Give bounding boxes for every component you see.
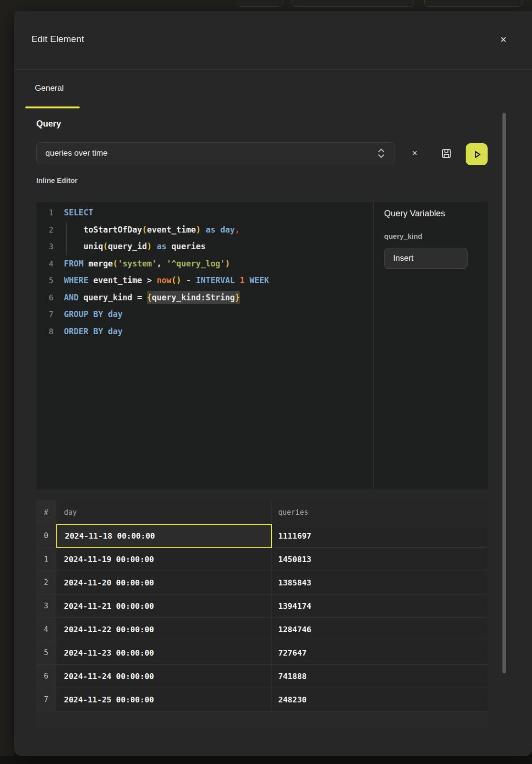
line-number: 6 [36, 289, 53, 307]
queries-cell[interactable]: 1284746 [272, 618, 488, 641]
vertical-scrollbar[interactable] [502, 113, 506, 673]
query-variables-heading: Query Variables [384, 209, 477, 219]
row-index-cell[interactable]: 5 [36, 641, 56, 665]
queries-cell[interactable]: 1394174 [272, 594, 488, 618]
variable-name-label: query_kind [384, 232, 477, 240]
row-index-cell[interactable]: 4 [36, 618, 56, 641]
save-query-button[interactable] [439, 146, 453, 160]
edit-element-modal: Edit Element ✕ General Query queries ove… [14, 11, 532, 756]
table-row: 22024-11-20 00:00:001385843 [36, 571, 488, 594]
code-line[interactable]: 6AND query_kind = {query_kind:String} [36, 289, 373, 307]
table-row: 52024-11-23 00:00:00727647 [36, 641, 488, 665]
close-icon[interactable]: ✕ [496, 33, 511, 47]
header-divider [14, 69, 532, 70]
queries-cell[interactable]: 727647 [272, 641, 488, 665]
table-row: 12024-11-19 00:00:001450813 [36, 548, 488, 571]
line-number: 8 [36, 323, 53, 340]
clear-query-button[interactable]: ✕ [407, 146, 422, 160]
active-tab-underline [25, 106, 80, 108]
inline-editor-label: Inline Editor [36, 176, 78, 184]
play-icon [470, 148, 483, 161]
day-cell[interactable]: 2024-11-25 00:00:00 [56, 688, 272, 711]
day-cell[interactable]: 2024-11-24 00:00:00 [56, 665, 272, 688]
day-cell[interactable]: 2024-11-22 00:00:00 [56, 618, 272, 641]
code-line[interactable]: 5WHERE event_time > now() - INTERVAL 1 W… [36, 272, 373, 289]
table-row: 72024-11-25 00:00:00248230 [36, 688, 488, 711]
query-select[interactable]: queries over time [36, 142, 395, 164]
indent-guide [66, 222, 67, 255]
query-section-heading: Query [36, 119, 61, 129]
code-text: toStartOfDay(event_time) as day, [64, 222, 240, 239]
run-query-button[interactable] [466, 143, 488, 165]
code-line[interactable]: 7GROUP BY day [36, 306, 373, 323]
table-footer-strip [36, 711, 488, 728]
line-number: 2 [36, 222, 53, 239]
clear-icon: ✕ [412, 149, 418, 158]
code-text: GROUP BY day [64, 306, 123, 323]
modal-title: Edit Element [31, 34, 84, 44]
line-number: 4 [36, 255, 53, 273]
code-line[interactable]: 2 toStartOfDay(event_time) as day, [36, 222, 373, 239]
queries-cell[interactable]: 1450813 [272, 548, 488, 571]
row-index-cell[interactable]: 7 [36, 688, 56, 711]
code-text: FROM merge('system', '^query_log') [64, 255, 230, 273]
code-line[interactable]: 1SELECT [36, 204, 373, 222]
save-floppy-icon [440, 148, 452, 159]
table-header-row: # day queries [36, 500, 488, 524]
code-text: SELECT [64, 204, 93, 222]
day-cell[interactable]: 2024-11-21 00:00:00 [56, 594, 272, 618]
row-index-cell[interactable]: 6 [36, 665, 56, 688]
queries-cell[interactable]: 1385843 [272, 571, 488, 594]
inline-editor-container: 1SELECT2 toStartOfDay(event_time) as day… [36, 202, 488, 489]
code-line[interactable]: 8ORDER BY day [36, 323, 373, 340]
row-index-cell[interactable]: 1 [36, 548, 56, 571]
sql-code-editor[interactable]: 1SELECT2 toStartOfDay(event_time) as day… [36, 202, 373, 489]
queries-cell[interactable]: 741888 [272, 665, 488, 688]
code-text: AND query_kind = {query_kind:String} [64, 289, 240, 307]
background-toolbar-button[interactable] [237, 0, 282, 7]
day-cell[interactable]: 2024-11-18 00:00:00 [56, 524, 272, 548]
code-text: ORDER BY day [64, 323, 123, 340]
table-row: 62024-11-24 00:00:00741888 [36, 665, 488, 688]
insert-variable-button[interactable]: Insert [384, 248, 468, 269]
query-select-value: queries over time [45, 149, 376, 158]
chevron-up-down-icon [376, 147, 386, 159]
row-index-cell[interactable]: 0 [36, 524, 56, 548]
table-row: 32024-11-21 00:00:001394174 [36, 594, 488, 618]
code-line[interactable]: 4FROM merge('system', '^query_log') [36, 255, 373, 273]
background-page-strip [0, 0, 532, 11]
queries-cell[interactable]: 1111697 [272, 524, 488, 548]
line-number: 5 [36, 272, 53, 289]
table-row: 02024-11-18 00:00:001111697 [36, 524, 488, 548]
results-table: # day queries 02024-11-18 00:00:00111169… [36, 500, 488, 728]
code-text: WHERE event_time > now() - INTERVAL 1 WE… [64, 272, 269, 289]
day-cell[interactable]: 2024-11-19 00:00:00 [56, 548, 272, 571]
line-number: 3 [36, 238, 53, 255]
background-page-strip-left [0, 11, 14, 756]
background-toolbar-button[interactable] [424, 0, 522, 7]
column-header-day[interactable]: day [56, 500, 272, 524]
queries-cell[interactable]: 248230 [272, 688, 488, 711]
day-cell[interactable]: 2024-11-23 00:00:00 [56, 641, 272, 665]
column-header-index[interactable]: # [36, 500, 56, 524]
code-line[interactable]: 3 uniq(query_id) as queries [36, 238, 373, 255]
column-header-queries[interactable]: queries [272, 500, 488, 524]
row-index-cell[interactable]: 2 [36, 571, 56, 594]
row-index-cell[interactable]: 3 [36, 594, 56, 618]
table-body: 02024-11-18 00:00:00111169712024-11-19 0… [36, 524, 488, 711]
day-cell[interactable]: 2024-11-20 00:00:00 [56, 571, 272, 594]
background-toolbar-button[interactable] [292, 0, 414, 7]
line-number: 1 [36, 204, 53, 222]
tab-general[interactable]: General [35, 84, 63, 93]
table-row: 42024-11-22 00:00:001284746 [36, 618, 488, 641]
line-number: 7 [36, 306, 53, 323]
code-text: uniq(query_id) as queries [64, 238, 206, 255]
query-variables-panel: Query Variables query_kind Insert [373, 202, 488, 489]
screen: Edit Element ✕ General Query queries ove… [0, 0, 532, 764]
